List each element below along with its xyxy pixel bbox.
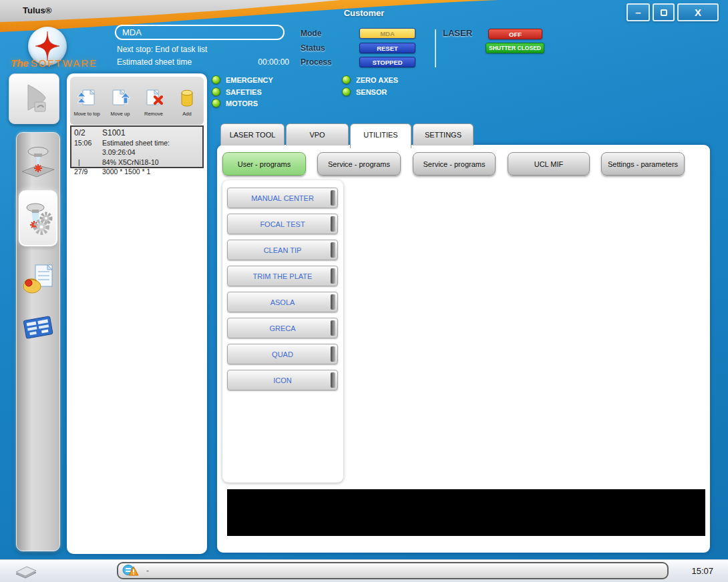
- sidebar-cutting-settings-button-active[interactable]: [19, 190, 57, 246]
- zero-axes-indicator: ZERO AXES: [342, 75, 398, 84]
- move-to-top-label: Move to top: [71, 111, 103, 117]
- status-value-badge: RESET: [359, 43, 415, 53]
- program-trim-the-plate[interactable]: TRIM THE PLATE: [227, 266, 338, 286]
- safeties-indicator: SAFETIES: [212, 87, 262, 96]
- task-count: 0/2: [74, 128, 102, 138]
- category-service-programs-2[interactable]: Service - programs: [413, 152, 496, 176]
- drag-handle: [331, 268, 335, 284]
- move-to-top-button[interactable]: Move to top: [71, 85, 103, 117]
- process-label: Process: [301, 57, 332, 67]
- estimated-sheet-time-row: Estimated sheet time 00:00:00: [117, 57, 289, 67]
- move-up-label: Move up: [104, 111, 136, 117]
- task-list-panel: Move to top Move up: [67, 73, 207, 554]
- minimize-icon: –: [635, 7, 641, 18]
- motors-indicator: MOTORS: [212, 99, 258, 107]
- drag-handle: [331, 216, 335, 232]
- led-icon: [342, 87, 351, 96]
- sidebar-run-button[interactable]: [9, 73, 59, 124]
- next-stop-text: Next stop: End of task list: [117, 45, 207, 54]
- application-window: Tulus® TheSOFTWARE Customer – X Next sto…: [0, 0, 728, 582]
- console-display: [227, 489, 705, 536]
- zero-axes-label: ZERO AXES: [356, 76, 398, 84]
- program-label: QUAD: [272, 350, 293, 358]
- remove-button[interactable]: Remove: [138, 85, 170, 117]
- drag-handle: [331, 346, 335, 362]
- program-quad[interactable]: QUAD: [227, 344, 338, 364]
- motors-label: MOTORS: [226, 99, 258, 107]
- laser-head-gears-icon: [21, 200, 55, 237]
- led-icon: [342, 75, 351, 84]
- category-service-programs-1[interactable]: Service - programs: [317, 152, 401, 176]
- task-dimensions: 3000 * 1500 * 1: [102, 167, 150, 177]
- sensor-indicator: SENSOR: [342, 87, 387, 96]
- sheet-icon: [12, 563, 39, 581]
- calculator-icon: [21, 312, 55, 342]
- task-separator: |: [74, 158, 102, 168]
- task-toolbar: Move to top Move up: [70, 77, 204, 125]
- mda-input[interactable]: [115, 25, 285, 40]
- message-text: -: [146, 566, 149, 575]
- add-button[interactable]: Add: [171, 85, 203, 117]
- remove-label: Remove: [138, 111, 170, 117]
- led-icon: [212, 99, 220, 107]
- tab-utilities-active[interactable]: UTILITIES: [350, 123, 411, 148]
- program-greca[interactable]: GRECA: [227, 318, 338, 338]
- status-label: Status: [301, 43, 325, 53]
- laser-label: LASER: [443, 28, 472, 38]
- program-label: FOCAL TEST: [260, 220, 305, 228]
- program-asola[interactable]: ASOLA: [227, 292, 338, 312]
- task-name: S1001: [102, 128, 126, 138]
- process-value-badge: STOPPED: [359, 57, 415, 67]
- sidebar-cutting-button[interactable]: [19, 143, 57, 185]
- program-clean-tip[interactable]: CLEAN TIP: [227, 240, 338, 260]
- estimated-sheet-time-value: 00:00:00: [258, 57, 289, 67]
- task-time: 15:06: [74, 138, 102, 158]
- brand-the: The: [11, 57, 29, 69]
- tab-laser-tool[interactable]: LASER TOOL: [220, 123, 285, 146]
- estimated-sheet-time-label: Estimated sheet time: [117, 57, 192, 67]
- close-button[interactable]: X: [677, 3, 719, 21]
- sidebar-calculator-button[interactable]: [21, 312, 55, 345]
- category-user-programs-active[interactable]: User - programs: [222, 152, 306, 176]
- remove-icon: [138, 85, 170, 109]
- drag-handle: [331, 190, 335, 206]
- category-ucl-mif[interactable]: UCL MIF: [508, 152, 590, 176]
- task-list-item[interactable]: 0/2 S1001 15:06 Estimated sheet time: 3.…: [70, 125, 204, 168]
- maximize-button[interactable]: [653, 3, 675, 21]
- status-bar: - 15:07: [0, 559, 728, 582]
- minimize-button[interactable]: –: [626, 3, 650, 21]
- shutter-state-badge: SHUTTER CLOSED: [486, 43, 544, 53]
- program-focal-test[interactable]: FOCAL TEST: [227, 214, 338, 234]
- program-label: TRIM THE PLATE: [253, 272, 313, 280]
- mode-label: Mode: [301, 29, 321, 38]
- message-bar[interactable]: -: [117, 562, 669, 579]
- sidebar-panel: [16, 132, 60, 551]
- program-label: CLEAN TIP: [264, 246, 302, 254]
- emergency-label: EMERGENCY: [226, 76, 273, 84]
- drag-handle: [331, 242, 335, 258]
- header-divider: [435, 29, 436, 67]
- drag-handle: [331, 372, 335, 388]
- program-label: GRECA: [269, 324, 295, 332]
- add-icon: [171, 85, 203, 109]
- tab-settings[interactable]: SETTINGS: [413, 123, 474, 146]
- laser-state-badge: OFF: [488, 29, 542, 39]
- laser-head-icon: [19, 143, 57, 182]
- program-icon[interactable]: ICON: [227, 370, 338, 390]
- move-to-top-icon: [71, 85, 103, 109]
- program-list-panel: MANUAL CENTER FOCAL TEST CLEAN TIP TRIM …: [222, 180, 343, 483]
- move-up-button[interactable]: Move up: [104, 85, 136, 117]
- message-warning-icon: [122, 564, 140, 577]
- sidebar-manual-button[interactable]: [21, 261, 55, 300]
- clock: 15:07: [691, 566, 713, 576]
- safeties-label: SAFETIES: [226, 88, 262, 96]
- run-pennant-icon: [17, 81, 51, 117]
- drag-handle: [331, 294, 335, 310]
- led-icon: [212, 87, 220, 96]
- tab-vpo[interactable]: VPO: [286, 123, 349, 146]
- task-material: 84% X5CrNi18-10: [102, 158, 159, 168]
- program-manual-center[interactable]: MANUAL CENTER: [227, 188, 338, 208]
- program-label: MANUAL CENTER: [251, 194, 314, 202]
- category-settings-parameters[interactable]: Settings - parameters: [601, 152, 685, 176]
- window-controls: – X: [626, 3, 719, 21]
